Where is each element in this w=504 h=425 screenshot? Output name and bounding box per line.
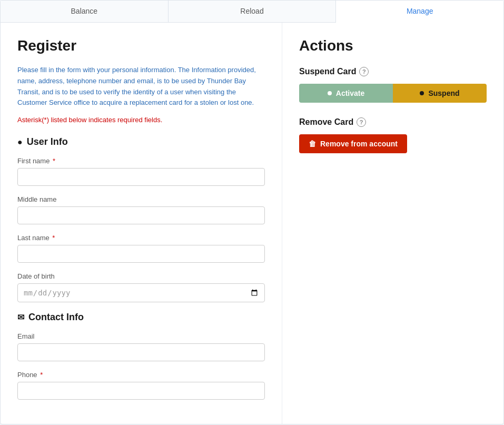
email-input[interactable] <box>17 343 265 361</box>
first-name-label: First name * <box>17 157 265 165</box>
suspend-card-help-icon[interactable]: ? <box>359 67 369 76</box>
middle-name-group: Middle name <box>17 195 265 224</box>
activate-button[interactable]: Activate <box>299 84 393 103</box>
tab-manage[interactable]: Manage <box>336 1 503 23</box>
suspend-indicator <box>420 91 424 95</box>
activate-indicator <box>328 91 332 95</box>
remove-card-help-icon[interactable]: ? <box>357 117 366 127</box>
dob-group: Date of birth <box>17 272 265 302</box>
middle-name-input[interactable] <box>17 206 265 224</box>
remove-from-account-button[interactable]: 🗑 Remove from account <box>299 134 407 153</box>
dob-label: Date of birth <box>17 272 265 280</box>
contact-info-title: Contact Info <box>28 312 84 323</box>
trash-icon: 🗑 <box>309 140 316 148</box>
suspend-card-title: Suspend Card ? <box>299 67 487 76</box>
phone-required: * <box>40 371 43 379</box>
phone-group: Phone * <box>17 371 265 400</box>
actions-title: Actions <box>299 37 487 54</box>
first-name-input[interactable] <box>17 168 265 186</box>
email-group: Email <box>17 332 265 361</box>
suspend-card-section: Suspend Card ? Activate Suspend <box>299 67 487 103</box>
main-container: Balance Reload Manage Register Please fi… <box>0 0 504 424</box>
asterisk-note-prefix: Asterisk( <box>17 116 44 124</box>
tab-balance[interactable]: Balance <box>1 1 169 22</box>
contact-info-section-header: ✉ Contact Info <box>17 312 265 323</box>
user-icon: ● <box>17 137 23 147</box>
asterisk-note: Asterisk(*) listed below indicates requi… <box>17 116 265 124</box>
left-panel: Register Please fill in the form with yo… <box>1 23 282 424</box>
tab-reload[interactable]: Reload <box>169 1 337 22</box>
remove-card-title: Remove Card ? <box>299 117 487 127</box>
page-title: Register <box>17 37 265 54</box>
user-info-title: User Info <box>27 136 68 147</box>
phone-label: Phone * <box>17 371 265 379</box>
last-name-label: Last name * <box>17 234 265 242</box>
phone-input[interactable] <box>17 382 265 400</box>
tab-bar: Balance Reload Manage <box>1 1 503 23</box>
first-name-required: * <box>53 157 55 165</box>
suspend-toggle-group: Activate Suspend <box>299 84 487 103</box>
remove-card-section: Remove Card ? 🗑 Remove from account <box>299 117 487 153</box>
right-panel: Actions Suspend Card ? Activate Suspend <box>282 23 503 424</box>
first-name-group: First name * <box>17 157 265 186</box>
last-name-required: * <box>52 234 55 242</box>
last-name-group: Last name * <box>17 234 265 263</box>
email-icon: ✉ <box>17 312 24 322</box>
dob-input[interactable] <box>17 283 265 302</box>
info-text: Please fill in the form with your person… <box>17 65 265 108</box>
suspend-button[interactable]: Suspend <box>393 84 487 103</box>
content-area: Register Please fill in the form with yo… <box>1 23 503 424</box>
middle-name-label: Middle name <box>17 195 265 203</box>
last-name-input[interactable] <box>17 245 265 263</box>
asterisk-note-suffix: ) listed below indicates required fields… <box>47 116 163 124</box>
user-info-section-header: ● User Info <box>17 136 265 147</box>
email-label: Email <box>17 332 265 340</box>
